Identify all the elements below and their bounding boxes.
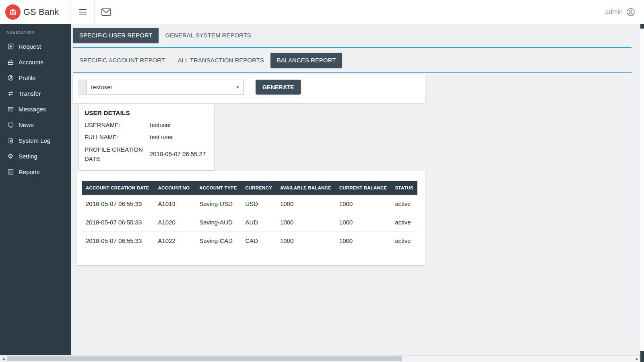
transfer-arrows-icon bbox=[7, 90, 14, 97]
briefcase-icon bbox=[7, 59, 14, 65]
cell-account-creation-date: 2018-05-07 06:55:33 bbox=[82, 195, 154, 213]
col-account-no: ACCOUNT.NO bbox=[154, 181, 195, 195]
sidebar-item-label: Setting bbox=[19, 153, 37, 160]
sidebar-item-label: Accounts bbox=[19, 59, 43, 66]
user-select[interactable]: testuser ▼ bbox=[87, 80, 244, 95]
sidebar-item-transfer[interactable]: Transfer bbox=[0, 86, 71, 101]
secondary-report-tabs: SPECIFIC ACCOUNT REPORT ALL TRANSACTION … bbox=[73, 53, 632, 68]
cell-currency: CAD bbox=[241, 232, 276, 250]
cell-account-type: Saving-CAD bbox=[195, 232, 241, 250]
cell-current-balance: 1000 bbox=[335, 232, 391, 250]
sidebar-toggle-button[interactable] bbox=[71, 0, 95, 24]
cell-account-no: A1019 bbox=[154, 195, 195, 213]
sidebar-item-accounts[interactable]: Accounts bbox=[0, 54, 71, 70]
cell-account-type: Saving-AUD bbox=[195, 213, 241, 232]
sidebar-item-label: Messages bbox=[19, 106, 46, 113]
sidebar-item-system-log[interactable]: System Log bbox=[0, 133, 71, 148]
primary-report-tabs: SPECIFIC USER REPORT GENERAL SYSTEM REPO… bbox=[73, 28, 632, 43]
cell-available-balance: 1000 bbox=[276, 232, 335, 250]
user-details-card: USER DETAILS USERNAME: testuser FULLNAME… bbox=[79, 104, 214, 170]
cell-account-creation-date: 2018-05-07 06:55:33 bbox=[82, 213, 154, 232]
list-icon bbox=[7, 169, 14, 175]
col-status: STATUS bbox=[391, 181, 417, 195]
cell-currency: USD bbox=[241, 195, 276, 213]
cell-currency: AUD bbox=[241, 213, 276, 232]
sidebar-item-label: Transfer bbox=[19, 90, 41, 97]
scroll-up-arrow-icon[interactable] bbox=[640, 24, 644, 29]
sidebar-item-label: Profile bbox=[19, 74, 36, 81]
cell-status: active bbox=[391, 195, 417, 213]
horizontal-scroll-track[interactable] bbox=[7, 356, 634, 362]
col-account-creation-date: ACCOUNT CREATION DATE bbox=[82, 181, 154, 195]
horizontal-scrollbar[interactable]: ◀ ▶ bbox=[0, 355, 640, 362]
detail-label: FULLNAME: bbox=[85, 132, 150, 142]
vertical-scrollbar[interactable] bbox=[640, 24, 644, 355]
col-currency: CURRENCY bbox=[241, 181, 276, 195]
detail-row-profile-creation-date: PROFILE CREATION DATE 2018-05-07 06:55:2… bbox=[85, 145, 208, 164]
top-bar: GS Bank admin bbox=[0, 0, 644, 24]
cell-available-balance: 1000 bbox=[276, 195, 335, 213]
tab-all-transaction-reports[interactable]: ALL TRANSACTION REPORTS bbox=[171, 53, 270, 68]
sidebar-item-request[interactable]: Request bbox=[0, 39, 71, 54]
cell-current-balance: 1000 bbox=[335, 213, 391, 232]
tab-general-system-reports[interactable]: GENERAL SYSTEM REPORTS bbox=[159, 28, 257, 43]
cell-account-no: A1022 bbox=[154, 232, 195, 250]
brand-name: GS Bank bbox=[23, 7, 59, 17]
horizontal-scroll-thumb[interactable] bbox=[7, 356, 402, 361]
generate-button[interactable]: GENERATE bbox=[256, 80, 301, 95]
envelope-icon bbox=[101, 8, 111, 16]
balances-report-panel: ACCOUNT CREATION DATE ACCOUNT.NO ACCOUNT… bbox=[76, 171, 425, 265]
col-available-balance: AVAILABLE BALANCE bbox=[276, 181, 335, 195]
sidebar-item-label: System Log bbox=[19, 137, 50, 144]
brand: GS Bank bbox=[0, 0, 71, 24]
scroll-left-arrow-icon[interactable]: ◀ bbox=[0, 356, 7, 362]
sidebar-item-setting[interactable]: ⚙ Setting bbox=[0, 148, 71, 164]
detail-row-fullname: FULLNAME: test user bbox=[85, 132, 208, 142]
sidebar-section-label: NAVIGATION bbox=[0, 24, 71, 39]
accent-rule bbox=[73, 47, 632, 48]
detail-label: PROFILE CREATION DATE bbox=[85, 145, 150, 164]
user-avatar-icon bbox=[626, 8, 635, 16]
report-form-panel: testuser ▼ GENERATE bbox=[73, 74, 425, 103]
cell-available-balance: 1000 bbox=[276, 213, 335, 232]
cell-status: active bbox=[391, 213, 417, 232]
cell-account-creation-date: 2018-05-07 06:55:33 bbox=[82, 232, 154, 250]
scroll-right-arrow-icon[interactable]: ▶ bbox=[634, 356, 640, 362]
col-current-balance: CURRENT BALANCE bbox=[335, 181, 391, 195]
cell-account-no: A1020 bbox=[154, 213, 195, 232]
sidebar-item-label: Reports bbox=[19, 169, 40, 175]
cell-current-balance: 1000 bbox=[335, 195, 391, 213]
plus-square-icon bbox=[7, 43, 14, 49]
table-row: 2018-05-07 06:55:33 A1022 Saving-CAD CAD… bbox=[82, 232, 417, 250]
detail-value: 2018-05-07 06:55:27 bbox=[150, 150, 206, 158]
table-row: 2018-05-07 06:55:33 A1019 Saving-USD USD… bbox=[82, 195, 417, 213]
detail-value: testuser bbox=[150, 121, 171, 129]
tab-specific-user-report[interactable]: SPECIFIC USER REPORT bbox=[73, 28, 159, 43]
document-icon bbox=[7, 138, 14, 144]
user-details-title: USER DETAILS bbox=[85, 109, 208, 117]
table-header-row: ACCOUNT CREATION DATE ACCOUNT.NO ACCOUNT… bbox=[82, 181, 417, 195]
user-select-value: testuser bbox=[91, 84, 112, 90]
scroll-down-arrow-icon[interactable] bbox=[640, 351, 644, 355]
sidebar: NAVIGATION Request Accounts Profile bbox=[0, 24, 71, 355]
cell-status: active bbox=[391, 232, 417, 250]
select-addon bbox=[78, 80, 87, 95]
cell-account-type: Saving-USD bbox=[195, 195, 241, 213]
logged-in-user: admin bbox=[605, 8, 623, 16]
user-icon bbox=[7, 75, 14, 81]
tab-specific-account-report[interactable]: SPECIFIC ACCOUNT REPORT bbox=[73, 53, 171, 68]
messages-button[interactable] bbox=[101, 8, 111, 16]
monitor-icon bbox=[7, 122, 14, 128]
sidebar-item-profile[interactable]: Profile bbox=[0, 70, 71, 86]
accent-rule bbox=[73, 72, 632, 73]
sidebar-item-label: Request bbox=[19, 43, 41, 50]
user-select-group: testuser ▼ bbox=[78, 80, 244, 95]
sidebar-item-news[interactable]: News bbox=[0, 117, 71, 133]
sidebar-item-reports[interactable]: Reports bbox=[0, 164, 71, 180]
scrollbar-corner bbox=[640, 355, 644, 362]
sidebar-item-messages[interactable]: Messages bbox=[0, 101, 71, 117]
tab-balances-report[interactable]: BALANCES REPORT bbox=[270, 53, 342, 68]
hamburger-icon bbox=[79, 8, 87, 16]
user-menu[interactable]: admin bbox=[605, 8, 644, 16]
detail-value: test user bbox=[150, 133, 173, 141]
